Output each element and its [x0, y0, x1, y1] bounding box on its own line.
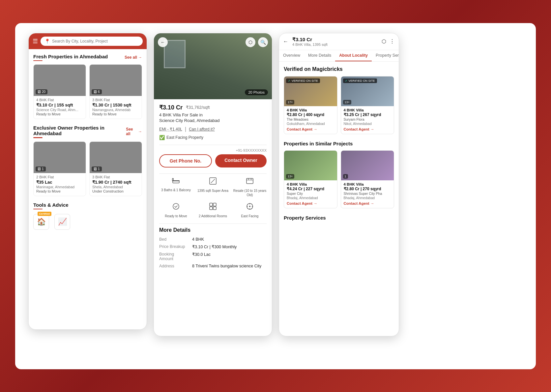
property-location-1: Science City Road, Ahm...: [36, 108, 83, 112]
similar-listing-img-1: 13+: [284, 151, 337, 180]
similar-contact-1[interactable]: Contact Agent →: [287, 201, 334, 205]
property-price-1: ₹3.10 Cr | 155 sqft: [36, 103, 83, 107]
detail-label-address: Address: [159, 264, 189, 268]
tool-item-1[interactable]: 🏠 Certified: [33, 214, 49, 230]
similar-price-1: ₹4.24 Cr | 227 sqyrd: [287, 187, 334, 191]
tab-more-details[interactable]: More Details: [304, 50, 335, 61]
rooms-icon: [209, 202, 217, 212]
price-per-sqft: ₹31,762/sqft: [186, 105, 210, 110]
contact-agent-2[interactable]: Contact Agent →: [344, 127, 392, 131]
back-button-right[interactable]: ←: [283, 39, 288, 45]
exclusive-property-1[interactable]: 🖼 1 2 BHK Flat ₹35 Lac Maninagar, Ahmeda…: [33, 141, 86, 196]
property-desc: 4 BHK Villa For Sale in: [159, 112, 267, 117]
emi-label[interactable]: EMI - ₹1.40L: [159, 127, 182, 132]
tools-row: 🏠 Certified 📈: [33, 214, 142, 230]
more-details-title: More Details: [159, 227, 267, 233]
tool-icon-2: 📈: [54, 214, 70, 230]
similar-listing-2[interactable]: 1 4 BHK Villa ₹2.80 Cr | 270 sqyrd Shrin…: [341, 150, 394, 208]
svg-rect-14: [213, 207, 216, 210]
phone-mid: ← ⬡ 🔍 20 Photos ₹3.10 Cr ₹31,762/sqft 4 …: [154, 33, 272, 336]
detail-row-booking: Booking Amount ₹30.0 Lac: [159, 252, 267, 261]
nav-icons: ⬡ ⋮: [382, 38, 395, 45]
more-details-section: More Details Bed 4 BHK Price Breakup ₹3.…: [159, 227, 267, 268]
property-type-1: 4 BHK Flat: [36, 98, 83, 102]
similar-type-1: 4 BHK Villa: [287, 182, 334, 186]
fresh-section-header: Fresh Properties in Ahmedabad See all →: [33, 54, 142, 61]
tool-item-2[interactable]: 📈: [54, 214, 70, 230]
exclusive-price-2: ₹1.90 Cr | 2740 sqft: [92, 180, 139, 185]
verified-type-1: 4 BHK Villa: [287, 108, 334, 112]
tab-about-locality[interactable]: About Locality: [335, 50, 372, 61]
detail-value-address: 8 Triveni Twins bungalow science City: [192, 264, 261, 268]
baths-label: 3 Baths & 1 Balcony: [161, 188, 191, 192]
main-price: ₹3.10 Cr: [159, 104, 183, 111]
tools-underline: [33, 209, 43, 210]
similar-listing-1[interactable]: 13+ 4 BHK Villa ₹4.24 Cr | 227 sqyrd Sup…: [284, 150, 337, 208]
img-count-1: 17+: [286, 100, 294, 105]
more-icon-right[interactable]: ⋮: [390, 38, 395, 45]
detail-row-price: Price Breakup ₹3.10 Cr | ₹300 Monthly: [159, 244, 267, 249]
similar-contact-2[interactable]: Contact Agent →: [344, 201, 392, 205]
exclusive-section-title: Exclusive Owner Properties in Ahmedabad: [33, 125, 126, 136]
detail-label-booking: Booking Amount: [159, 252, 189, 261]
fresh-title-underline: [33, 60, 43, 61]
verified-badge-2: ✓ VERIFIED ON SITE: [343, 78, 377, 83]
share-button[interactable]: ⬡: [246, 37, 255, 47]
search-input[interactable]: [52, 39, 139, 44]
exclusive-title-underline: [33, 137, 43, 138]
feature-resale: Resale (10 to 15 years Old): [233, 177, 267, 197]
property-status-2: Ready to Move: [92, 112, 139, 116]
verified-listing-1[interactable]: ✓ VERIFIED ON SITE 17+ 4 BHK Villa ₹2.80…: [284, 76, 337, 134]
verified-project-1: The Meadows: [287, 117, 334, 121]
nav-title-area: ₹3.10 Cr 4 BHK Villa, 1395 sqft: [292, 37, 379, 46]
ready-label: Ready to Move: [165, 214, 187, 218]
exclusive-image-2: 🖼 1: [90, 142, 142, 173]
hamburger-icon[interactable]: ☰: [33, 38, 38, 45]
similar-card-info-1: 4 BHK Villa ₹4.24 Cr | 227 sqyrd Super C…: [284, 180, 337, 208]
tabs-row: Overview More Details About Locality Pro…: [279, 50, 399, 62]
app-container: ☰ 📍 Fresh Properties in Ahmedabad See al…: [15, 23, 536, 369]
feature-baths: 3 Baths & 1 Balcony: [159, 177, 193, 197]
certified-badge: Certified: [38, 212, 51, 216]
get-phone-button[interactable]: Get Phone No.: [159, 154, 212, 167]
tab-property-services[interactable]: Property Services: [372, 50, 399, 61]
similar-type-2: 4 BHK Villa: [344, 182, 392, 186]
exclusive-see-all[interactable]: See all →: [126, 127, 142, 136]
fresh-property-1[interactable]: 🖼 20 4 BHK Flat ₹3.10 Cr | 155 sqft Scie…: [33, 64, 86, 119]
nav-price: ₹3.10 Cr: [292, 37, 379, 43]
ready-icon: [172, 202, 180, 212]
svg-rect-6: [246, 178, 253, 184]
search-box[interactable]: 📍: [41, 37, 143, 46]
verified-listing-2[interactable]: ✓ VERIFIED ON SITE 13+ 4 BHK Villa ₹3.25…: [341, 76, 394, 134]
feature-facing: East Facing: [233, 202, 267, 218]
search-button[interactable]: 🔍: [258, 37, 268, 47]
verified-card-info-1: 4 BHK Villa ₹2.80 Cr | 400 sqyrd The Mea…: [284, 106, 337, 134]
svg-point-20: [249, 206, 250, 207]
fresh-see-all[interactable]: See all →: [125, 55, 142, 60]
contact-owner-button[interactable]: Contact Owner: [215, 154, 267, 167]
left-phone-content: Fresh Properties in Ahmedabad See all → …: [29, 49, 147, 196]
tab-overview[interactable]: Overview: [279, 50, 304, 61]
contact-agent-1[interactable]: Contact Agent →: [287, 127, 334, 131]
exclusive-card-info-2: 3 BHK Flat ₹1.90 Cr | 2740 sqft Shela, A…: [90, 173, 142, 196]
right-top-nav: ← ₹3.10 Cr 4 BHK Villa, 1395 sqft ⬡ ⋮: [279, 33, 399, 50]
exclusive-badge-1: 🖼 1: [36, 166, 46, 171]
facing-icon: [246, 202, 254, 212]
back-button-mid[interactable]: ←: [158, 37, 168, 47]
svg-rect-12: [213, 203, 216, 206]
photos-count-badge: 20 Photos: [245, 89, 268, 95]
exclusive-property-2[interactable]: 🖼 1 3 BHK Flat ₹1.90 Cr | 2740 sqft Shel…: [89, 141, 142, 196]
resale-icon: [246, 177, 254, 187]
exclusive-price-1: ₹35 Lac: [36, 180, 83, 185]
facing-label: East Facing: [241, 214, 259, 218]
action-buttons: Get Phone No. Contact Owner: [159, 154, 267, 167]
property-services-title: Property Services: [284, 215, 394, 221]
verified-price-2: ₹3.25 Cr | 267 sqyrd: [344, 112, 392, 117]
detail-label-bed: Bed: [159, 237, 189, 242]
svg-rect-1: [173, 181, 179, 183]
exclusive-location-1: Maninagar, Ahmedabad: [36, 185, 83, 189]
share-icon-right[interactable]: ⬡: [382, 38, 386, 45]
fresh-property-2[interactable]: 🖼 6 3 BHK Flat ₹1.30 Cr | 1530 sqft Navr…: [89, 64, 142, 119]
exclusive-card-info-1: 2 BHK Flat ₹35 Lac Maninagar, Ahmedabad …: [34, 173, 86, 196]
afford-link[interactable]: Can I afford it?: [189, 127, 215, 132]
